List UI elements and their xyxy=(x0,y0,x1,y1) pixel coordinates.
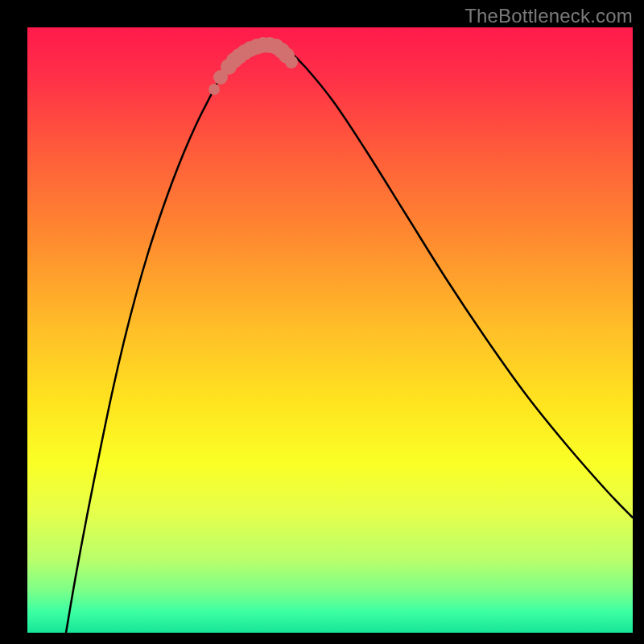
chart-svg xyxy=(27,27,633,633)
valley-marker xyxy=(208,84,220,95)
watermark-text: TheBottleneck.com xyxy=(464,5,633,27)
gradient-background xyxy=(27,27,633,633)
chart-frame: TheBottleneck.com xyxy=(0,0,644,644)
plot-area xyxy=(27,27,633,633)
valley-marker xyxy=(285,56,298,68)
